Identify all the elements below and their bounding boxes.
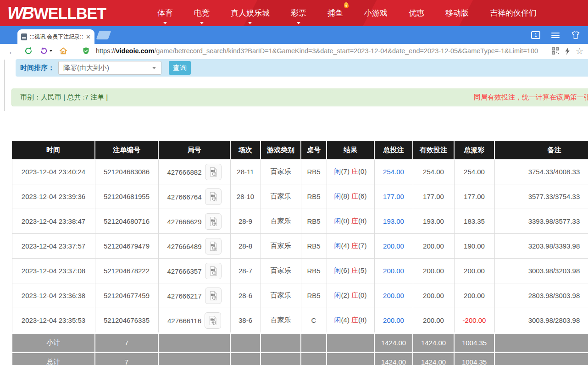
nav-item[interactable]: 移动版 <box>445 8 469 18</box>
sort-label: 时间排序： <box>20 64 55 72</box>
result-cell: 闲(0) 庄(8) <box>327 209 374 234</box>
bet-id: 521204679479 <box>95 234 158 259</box>
column-header: 桌号 <box>301 141 327 160</box>
notice-text: 同局有效投注，统一计算在该局第一张注单 <box>474 93 588 102</box>
browser-tab[interactable]: :::视讯 会员下注纪录::: ✕ <box>17 29 94 44</box>
video-replay-button[interactable] <box>205 164 222 180</box>
refresh-button[interactable] <box>24 46 33 55</box>
nav-item-label: 电竞 <box>194 9 210 17</box>
bet-id: 521204680716 <box>95 209 158 234</box>
video-replay-button[interactable] <box>205 288 222 304</box>
bet-id: 521204677459 <box>95 283 158 308</box>
bet-row: 2023-12-04 23:35:53521204676335427666116… <box>12 308 588 333</box>
bet-row: 2023-12-04 23:39:36521204681955427666764… <box>12 184 588 209</box>
column-header: 备注 <box>494 141 588 160</box>
back-button[interactable]: ← <box>8 46 17 56</box>
currency-summary: 币别：人民币 | 总共 :7 注单 | <box>20 93 108 102</box>
total-bet-link[interactable]: 200.00 <box>374 259 413 283</box>
sort-select[interactable]: 降幂(由大到小) <box>58 61 161 75</box>
video-replay-button[interactable] <box>205 238 222 254</box>
video-replay-icon <box>208 216 219 227</box>
column-header: 总投注 <box>374 141 413 160</box>
total-bet-link[interactable]: 254.00 <box>374 160 413 184</box>
footer-payout: 1004.35 <box>454 333 494 353</box>
player-label: 闲 <box>334 192 341 200</box>
theme-shirt-icon[interactable] <box>571 31 581 40</box>
column-header: 场次 <box>230 141 261 160</box>
wellbet-logo[interactable]: WB WELLBET <box>7 4 106 23</box>
qr-code-icon[interactable] <box>552 47 559 55</box>
table-body: 2023-12-04 23:40:24521204683086427666882… <box>12 160 588 333</box>
tab-count-button[interactable]: 1 <box>531 31 540 39</box>
total-bet-link[interactable]: 177.00 <box>374 184 413 209</box>
payout: 254.00 <box>454 160 494 184</box>
banker-label: 庄 <box>351 242 358 249</box>
security-shield-icon[interactable] <box>82 47 90 55</box>
payout: 190.00 <box>454 234 494 259</box>
total-bet-link[interactable]: 200.00 <box>374 234 413 259</box>
video-replay-icon <box>208 241 219 252</box>
toolbar-right-icons: ☆ <box>552 47 583 55</box>
note: 2803.98/3003.98 <box>494 283 588 308</box>
chevron-down-icon[interactable] <box>50 50 52 52</box>
tab-close-icon[interactable]: ✕ <box>86 34 91 40</box>
nav-item[interactable]: 小游戏 <box>364 8 388 18</box>
nav-item[interactable]: 优惠 <box>409 8 424 18</box>
video-replay-button[interactable] <box>205 263 222 279</box>
player-label: 闲 <box>334 266 341 274</box>
player-label: 闲 <box>334 291 341 299</box>
nav-item[interactable]: 吉祥的伙伴们 <box>490 8 537 18</box>
game-type: 百家乐 <box>261 283 301 308</box>
lightning-icon[interactable] <box>565 47 570 55</box>
browser-tab-strip: :::视讯 会员下注纪录::: ✕ 1 <box>0 26 588 44</box>
player-label: 闲 <box>334 217 341 225</box>
valid-bet: 177.00 <box>413 184 454 209</box>
new-tab-button[interactable] <box>96 31 111 39</box>
nav-item[interactable]: 真人娱乐城 <box>231 8 270 18</box>
note: 3003.98/2803.98 <box>494 308 588 333</box>
valid-bet: 193.00 <box>413 209 454 234</box>
footer-count: 7 <box>95 333 158 353</box>
select-arrow-zone[interactable] <box>147 61 161 74</box>
logo-text: WELLBET <box>34 5 106 22</box>
session: 28-11 <box>230 160 261 184</box>
nav-item-label: 真人娱乐城 <box>231 9 270 17</box>
nav-item[interactable]: 电竞 <box>194 8 210 18</box>
search-button[interactable]: 查询 <box>169 61 191 75</box>
player-label: 闲 <box>334 167 341 175</box>
home-button[interactable] <box>59 46 68 55</box>
round-id: 427666217 <box>167 292 201 299</box>
bet-row: 2023-12-04 23:36:38521204677459427666217… <box>12 283 588 308</box>
url-scheme: https:// <box>96 47 116 55</box>
nav-item[interactable]: 体育 <box>157 8 173 18</box>
nav-item-label: 捕鱼 <box>327 9 343 17</box>
bet-row: 2023-12-04 23:37:08521204678222427666357… <box>12 259 588 283</box>
chevron-down-icon <box>200 22 204 24</box>
video-replay-button[interactable] <box>205 213 222 230</box>
nav-item[interactable]: 彩票 <box>291 8 306 18</box>
bet-row: 2023-12-04 23:37:57521204679479427666489… <box>12 234 588 259</box>
video-replay-button[interactable] <box>205 312 221 329</box>
total-bet-link[interactable]: 200.00 <box>374 308 413 333</box>
video-replay-button[interactable] <box>205 188 222 205</box>
tab-title: :::视讯 会员下注纪录::: <box>30 33 83 41</box>
video-replay-icon <box>208 265 219 277</box>
nav-item[interactable]: 捕鱼 <box>327 8 343 18</box>
sort-selected-value: 降幂(由大到小) <box>59 64 147 72</box>
payout: 200.00 <box>454 259 494 283</box>
video-replay-icon <box>208 166 219 177</box>
total-bet-link[interactable]: 193.00 <box>374 209 413 234</box>
address-bar[interactable]: https://videoie.com/game/betrecord_searc… <box>96 47 548 55</box>
undo-button[interactable] <box>39 47 52 55</box>
game-type: 百家乐 <box>261 234 301 259</box>
menu-icon[interactable] <box>551 33 560 38</box>
bet-time: 2023-12-04 23:38:47 <box>12 209 95 234</box>
note: 3003.98/3203.98 <box>494 259 588 283</box>
banker-label: 庄 <box>351 192 358 200</box>
note: 3203.98/3393.98 <box>494 234 588 259</box>
column-header: 结果 <box>327 141 374 160</box>
banker-label: 庄 <box>351 266 358 274</box>
total-bet-link[interactable]: 200.00 <box>374 283 413 308</box>
bookmark-star-icon[interactable]: ☆ <box>576 47 583 55</box>
valid-bet: 200.00 <box>413 283 454 308</box>
